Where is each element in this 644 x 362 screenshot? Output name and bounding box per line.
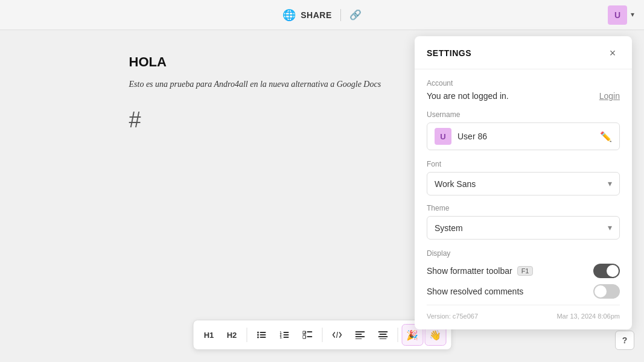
- svg-rect-13: [307, 331, 312, 332]
- svg-rect-17: [355, 331, 365, 332]
- show-formatter-label: Show formatter toolbar: [427, 266, 512, 276]
- svg-point-2: [257, 334, 259, 336]
- svg-point-0: [257, 332, 259, 334]
- topbar: 🌐 SHARE 🔗 U ▾: [0, 0, 644, 30]
- h1-button[interactable]: H1: [198, 325, 220, 345]
- toolbar-divider-1: [246, 328, 247, 342]
- svg-rect-3: [260, 334, 266, 335]
- help-button[interactable]: ?: [615, 331, 634, 350]
- topbar-right: U ▾: [608, 5, 634, 25]
- theme-section-label: Theme: [427, 204, 620, 212]
- username-avatar: U: [435, 128, 451, 145]
- svg-rect-5: [260, 337, 266, 338]
- dropdown-arrow-icon[interactable]: ▾: [631, 10, 634, 19]
- show-resolved-label: Show resolved comments: [427, 287, 523, 296]
- formatter-shortcut-badge: F1: [517, 266, 534, 276]
- username-value: User 86: [457, 132, 487, 141]
- theme-row: Theme System ▾: [427, 204, 620, 240]
- toolbar-divider-3: [397, 328, 398, 342]
- display-section-label: Display: [427, 249, 620, 258]
- share-label[interactable]: SHARE: [301, 10, 332, 20]
- settings-title: SETTINGS: [427, 48, 471, 58]
- font-section-label: Font: [427, 160, 620, 168]
- code-button[interactable]: [326, 325, 348, 345]
- username-left: U User 86: [435, 128, 487, 145]
- bullet-list-button[interactable]: [250, 325, 272, 345]
- username-box: U User 86 ✏️: [427, 122, 620, 150]
- toggle-knob-2: [595, 285, 607, 297]
- user-avatar-button[interactable]: U: [608, 5, 627, 25]
- show-resolved-toggle[interactable]: [593, 284, 620, 299]
- svg-line-16: [336, 332, 337, 338]
- checklist-button[interactable]: [296, 325, 318, 345]
- svg-rect-21: [378, 331, 387, 332]
- theme-select[interactable]: System ▾: [427, 216, 620, 240]
- svg-rect-15: [307, 336, 312, 337]
- username-section-label: Username: [427, 110, 620, 119]
- show-formatter-row: Show formatter toolbar F1: [427, 264, 620, 278]
- svg-rect-20: [355, 338, 362, 339]
- settings-body: Account You are not logged in. Login Use…: [415, 69, 632, 329]
- account-status-text: You are not logged in.: [427, 91, 509, 101]
- link-icon[interactable]: 🔗: [349, 9, 362, 21]
- svg-rect-11: [283, 337, 289, 338]
- svg-rect-24: [379, 338, 386, 339]
- svg-rect-14: [302, 335, 305, 338]
- settings-panel: SETTINGS × Account You are not logged in…: [415, 36, 632, 329]
- svg-rect-22: [379, 334, 386, 335]
- version-row: Version: c75e067 Mar 13, 2024 8:06pm: [427, 305, 620, 320]
- font-row: Font Work Sans ▾: [427, 160, 620, 195]
- globe-icon: 🌐: [282, 8, 296, 22]
- bottom-toolbar: H1 H2 1.2.3. 🎉 👋: [193, 320, 451, 350]
- topbar-center: 🌐 SHARE 🔗: [282, 8, 362, 22]
- account-row: You are not logged in. Login: [427, 91, 620, 101]
- svg-rect-19: [355, 336, 365, 337]
- theme-chevron-down-icon: ▾: [608, 223, 612, 233]
- theme-select-value: System: [435, 223, 463, 233]
- font-select-value: Work Sans: [435, 179, 476, 189]
- h2-button[interactable]: H2: [221, 325, 243, 345]
- settings-close-button[interactable]: ×: [605, 46, 620, 60]
- edit-username-icon[interactable]: ✏️: [600, 131, 612, 142]
- version-label: Version: c75e067: [427, 313, 478, 320]
- svg-rect-23: [378, 336, 387, 337]
- show-resolved-row: Show resolved comments: [427, 284, 620, 299]
- toggle-knob: [607, 265, 619, 277]
- svg-rect-18: [355, 334, 362, 335]
- svg-rect-7: [283, 332, 289, 333]
- show-formatter-label-group: Show formatter toolbar F1: [427, 266, 533, 276]
- settings-header: SETTINGS ×: [415, 36, 632, 69]
- login-button[interactable]: Login: [599, 91, 620, 101]
- toolbar-divider-2: [322, 328, 322, 342]
- svg-rect-9: [283, 334, 289, 335]
- username-row: Username U User 86 ✏️: [427, 110, 620, 150]
- account-section-label: Account: [427, 79, 620, 87]
- font-select[interactable]: Work Sans ▾: [427, 172, 620, 195]
- svg-rect-1: [260, 332, 266, 333]
- svg-point-4: [257, 337, 259, 338]
- show-formatter-toggle[interactable]: [593, 264, 620, 278]
- align-left-button[interactable]: [349, 325, 371, 345]
- font-chevron-down-icon: ▾: [608, 179, 612, 189]
- version-date: Mar 13, 2024 8:06pm: [556, 313, 620, 320]
- topbar-divider: [340, 9, 341, 21]
- svg-text:3.: 3.: [279, 335, 282, 339]
- ordered-list-button[interactable]: 1.2.3.: [273, 325, 295, 345]
- align-center-button[interactable]: [372, 325, 394, 345]
